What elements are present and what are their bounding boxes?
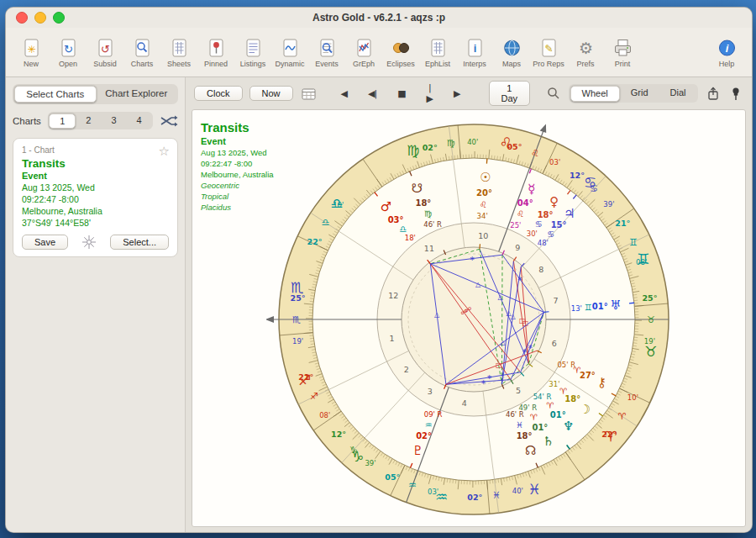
svg-text:♈: ♈ — [546, 401, 554, 410]
svg-text:♎: ♎ — [321, 217, 329, 228]
svg-text:13': 13' — [571, 304, 582, 313]
toolbar-open[interactable]: ↻Open — [51, 30, 85, 74]
toolbar-greph[interactable]: GrEph — [347, 30, 381, 74]
house-number-7: 7 — [553, 296, 558, 305]
chart-slot-3[interactable]: 3 — [101, 113, 126, 129]
toolbar-interps[interactable]: iInterps — [458, 30, 491, 74]
svg-text:♅: ♅ — [610, 298, 621, 313]
time-step-button[interactable]: 1 Day — [489, 81, 531, 106]
toolbar-help[interactable]: iHelp — [710, 30, 743, 74]
chart-setting-zodiac: Tropical — [201, 192, 274, 201]
toolbar-pinned[interactable]: Pinned — [199, 30, 233, 74]
stop-button[interactable]: ■ — [392, 87, 410, 100]
toolbar-listings[interactable]: Listings — [236, 30, 270, 74]
svg-text:31': 31' — [549, 380, 559, 388]
charts-icon — [131, 36, 154, 59]
svg-text:02°: 02° — [416, 431, 432, 440]
tab-chart-explorer[interactable]: Chart Explorer — [97, 86, 177, 103]
tab-select-charts[interactable]: Select Charts — [14, 86, 97, 103]
prefs-icon: ⚙ — [575, 36, 597, 59]
toolbar-dynamic[interactable]: Dynamic — [273, 30, 307, 74]
charts-row: Charts 1234 — [13, 112, 178, 129]
svg-text:↺: ↺ — [101, 42, 110, 55]
svg-text:∗: ∗ — [470, 255, 475, 262]
maps-icon — [501, 36, 523, 59]
svg-text:♀: ♀ — [549, 194, 559, 209]
new-icon: ✳ — [20, 36, 43, 59]
svg-text:48': 48' — [538, 239, 549, 247]
svg-text:♌: ♌ — [517, 209, 524, 219]
clock-button[interactable]: Clock — [194, 86, 243, 101]
svg-text:22°: 22° — [601, 430, 617, 439]
location-flower-icon — [68, 235, 110, 250]
svg-text:♍: ♍ — [447, 138, 455, 149]
svg-text:22°: 22° — [307, 237, 323, 246]
main-panel: Clock Now ◀◀|■|▶▶ 1 Day — [186, 77, 752, 532]
chart-slot-selector: 1234 — [48, 112, 153, 129]
toolbar-ephlist[interactable]: EphList — [421, 30, 454, 74]
svg-text:♊: ♊ — [629, 237, 638, 248]
shuffle-icon[interactable] — [160, 114, 178, 128]
svg-text:♋: ♋ — [535, 219, 543, 229]
calendar-icon[interactable] — [300, 86, 318, 102]
toolbar-events[interactable]: Events — [310, 30, 344, 74]
svg-text:08': 08' — [319, 411, 330, 419]
chart-header-place: Melbourne, Australia — [201, 170, 274, 179]
view-mode-grid[interactable]: Grid — [620, 86, 659, 102]
step-back-button[interactable]: ◀| — [363, 87, 381, 100]
proreps-icon: ✎ — [538, 36, 560, 59]
toolbar-charts[interactable]: Charts — [125, 30, 159, 74]
toolbar-sheets[interactable]: Sheets — [162, 30, 196, 74]
chart-header: Transits Event Aug 13 2025, Wed 09:22:47… — [201, 120, 274, 212]
step-forward-button[interactable]: |▶ — [422, 82, 438, 105]
svg-text:19': 19' — [644, 337, 655, 345]
titlebar: Astro Gold - v6.2.1 - aqzs :p — [6, 8, 752, 28]
svg-text:02°: 02° — [467, 493, 482, 502]
sidebar-tabs: Select ChartsChart Explorer — [13, 84, 178, 104]
now-button[interactable]: Now — [249, 86, 293, 101]
toolbar-new[interactable]: ✳New — [14, 30, 48, 74]
svg-text:25°: 25° — [291, 293, 306, 303]
select-chart-button[interactable]: Select... — [110, 235, 169, 250]
content: Select ChartsChart Explorer Charts 1234 … — [6, 77, 752, 532]
svg-text:△: △ — [501, 339, 507, 346]
toolbar-subsid[interactable]: ↺Subsid — [88, 30, 122, 74]
favorite-star-icon[interactable]: ☆ — [159, 144, 170, 159]
svg-text:♊: ♊ — [585, 303, 592, 312]
toolbar-maps[interactable]: Maps — [495, 30, 528, 74]
svg-text:⚙: ⚙ — [578, 40, 592, 57]
pin-icon[interactable] — [728, 85, 743, 103]
svg-text:♐: ♐ — [310, 391, 318, 402]
svg-text:21°: 21° — [615, 219, 630, 228]
svg-text:54' R: 54' R — [533, 393, 552, 401]
chart-place: Melbourne, Australia — [22, 206, 169, 216]
save-button[interactable]: Save — [22, 235, 68, 250]
window-title: Astro Gold - v6.2.1 - aqzs :p — [6, 12, 752, 24]
svg-text:18°: 18° — [538, 210, 554, 219]
svg-text:△: △ — [475, 281, 481, 288]
chart-slot-1[interactable]: 1 — [49, 113, 76, 129]
chart-slot-4[interactable]: 4 — [126, 113, 151, 129]
skip-forward-button[interactable]: ▶ — [449, 87, 465, 100]
svg-text:♈: ♈ — [618, 411, 627, 422]
svg-text:05°: 05° — [507, 142, 522, 151]
search-icon[interactable] — [545, 85, 562, 102]
toolbar-print[interactable]: Print — [606, 30, 639, 74]
listings-icon — [242, 36, 265, 59]
svg-text:21°: 21° — [298, 372, 313, 382]
svg-text:20°: 20° — [476, 188, 492, 198]
toolbar-prefs[interactable]: ⚙Prefs — [569, 30, 602, 74]
share-icon[interactable] — [705, 85, 722, 103]
svg-text:27°: 27° — [580, 371, 596, 380]
toolbar-pro-reps[interactable]: ✎Pro Reps — [532, 30, 565, 74]
chart-header-date: Aug 13 2025, Wed — [201, 148, 274, 157]
toolbar-eclipses[interactable]: Eclipses — [384, 30, 417, 74]
view-mode-dial[interactable]: Dial — [659, 86, 697, 102]
svg-text:02°: 02° — [423, 143, 438, 152]
svg-text:♈: ♈ — [559, 387, 567, 396]
view-mode-wheel[interactable]: Wheel — [570, 86, 620, 102]
skip-back-button[interactable]: ◀ — [336, 87, 352, 100]
svg-text:♋: ♋ — [590, 183, 598, 194]
chart-slot-2[interactable]: 2 — [76, 113, 101, 129]
svg-text:12°: 12° — [570, 171, 585, 180]
